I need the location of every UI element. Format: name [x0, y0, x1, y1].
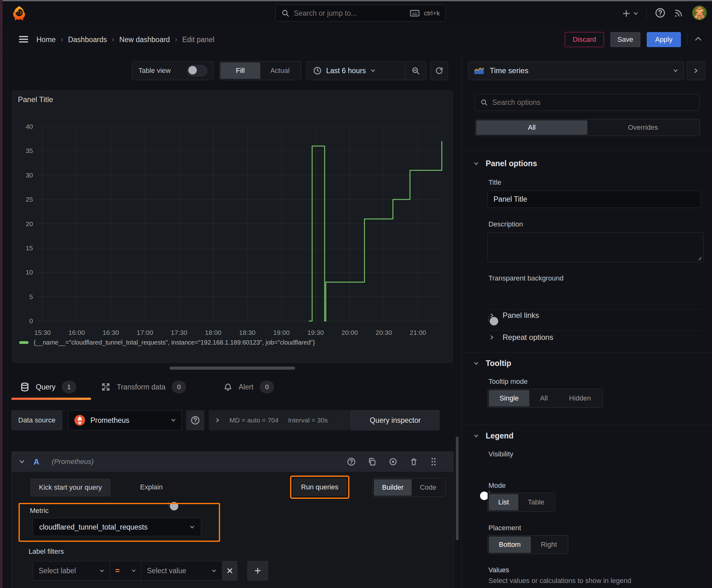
- collapse-header-button[interactable]: [694, 35, 703, 45]
- avatar[interactable]: [692, 5, 707, 22]
- panel-title[interactable]: Panel Title: [18, 95, 53, 104]
- tab-transform-label: Transform data: [117, 383, 166, 391]
- legend-series-label[interactable]: {__name__="cloudflared_tunnel_total_requ…: [34, 339, 315, 346]
- apply-button[interactable]: Apply: [647, 32, 681, 47]
- tab-transform-count: 0: [172, 381, 186, 393]
- datasource-help-button[interactable]: [186, 410, 204, 430]
- chart-legend: {__name__="cloudflared_tunnel_total_requ…: [19, 339, 315, 346]
- all-overrides-toggle: All Overrides: [475, 119, 700, 136]
- run-queries-highlight: Run queries: [290, 476, 349, 499]
- legend-list-option[interactable]: List: [489, 494, 518, 510]
- builder-option[interactable]: Builder: [374, 479, 412, 496]
- breadcrumb-home[interactable]: Home: [37, 36, 56, 44]
- duplicate-query-icon[interactable]: [368, 457, 376, 466]
- fill-option[interactable]: Fill: [220, 63, 260, 79]
- tooltip-hidden-option[interactable]: Hidden: [559, 390, 602, 406]
- transparent-background-label: Transparent background: [489, 274, 563, 282]
- description-textarea[interactable]: [488, 232, 704, 262]
- panel-links-section[interactable]: Panel links: [490, 311, 539, 320]
- placement-bottom-option[interactable]: Bottom: [489, 537, 531, 553]
- metric-select[interactable]: cloudflared_tunnel_total_requests: [33, 518, 201, 536]
- save-button[interactable]: Save: [610, 32, 641, 47]
- all-tab[interactable]: All: [476, 120, 587, 135]
- query-datasource-hint: (Prometheus): [52, 458, 347, 466]
- legend-table-option[interactable]: Table: [518, 494, 554, 510]
- toggle-knob: [480, 491, 489, 500]
- chevron-down-icon: [132, 569, 136, 573]
- select-value-dropdown[interactable]: Select value: [141, 561, 222, 581]
- discard-button[interactable]: Discard: [565, 32, 604, 47]
- plus-icon: [622, 9, 631, 18]
- tooltip-section-header[interactable]: Tooltip: [474, 359, 511, 368]
- metric-highlight: Metric cloudflared_tunnel_total_requests: [19, 503, 220, 542]
- rss-icon: [674, 8, 684, 18]
- refresh-button[interactable]: [430, 61, 448, 80]
- code-option[interactable]: Code: [412, 479, 445, 496]
- search-options-input[interactable]: Search options: [475, 94, 700, 111]
- tab-query[interactable]: Query 1: [20, 381, 76, 393]
- breadcrumb: Home › Dashboards › New dashboard › Edit…: [37, 26, 214, 54]
- query-options-summary[interactable]: MD = auto = 704 Interval = 30s: [209, 410, 359, 430]
- select-label-dropdown[interactable]: Select label: [33, 561, 110, 581]
- datasource-picker[interactable]: Prometheus: [68, 410, 182, 430]
- hamburger-icon: [18, 34, 29, 45]
- breadcrumb-new-dashboard[interactable]: New dashboard: [119, 36, 170, 44]
- tooltip-single-option[interactable]: Single: [489, 390, 529, 406]
- remove-filter-button[interactable]: [222, 561, 237, 581]
- operator-dropdown[interactable]: =: [110, 561, 141, 581]
- tab-alert[interactable]: Alert 0: [223, 381, 274, 393]
- placement-right-option[interactable]: Right: [531, 537, 567, 553]
- panel-preview: Panel Title 051015202530354015:3016:0016…: [12, 90, 453, 363]
- menu-button[interactable]: [18, 34, 29, 46]
- toggle-viz-pane-button[interactable]: [687, 61, 706, 80]
- breadcrumb-dashboards[interactable]: Dashboards: [68, 36, 107, 44]
- news-button[interactable]: [674, 8, 684, 19]
- pane-resize-handle[interactable]: [170, 366, 295, 370]
- run-queries-button[interactable]: Run queries: [293, 479, 346, 496]
- refresh-icon: [435, 66, 444, 75]
- query-row-header[interactable]: A (Prometheus): [12, 452, 454, 472]
- svg-text:5: 5: [29, 293, 33, 300]
- toggle-knob: [188, 66, 197, 75]
- panel-options-section-header[interactable]: Panel options: [474, 159, 537, 168]
- query-help-icon[interactable]: [347, 457, 356, 466]
- chevron-down-icon: [212, 569, 216, 573]
- actual-option[interactable]: Actual: [260, 63, 300, 79]
- topbar-actions: [622, 5, 707, 22]
- time-range-label: Last 6 hours: [326, 67, 366, 75]
- new-menu-button[interactable]: [622, 9, 638, 18]
- title-input[interactable]: Panel Title: [488, 191, 701, 208]
- table-view-toggle[interactable]: [187, 65, 207, 76]
- hide-response-eye-icon[interactable]: [388, 457, 398, 466]
- svg-text:18:00: 18:00: [205, 329, 222, 336]
- time-range-picker[interactable]: Last 6 hours: [307, 66, 405, 75]
- query-inspector-button[interactable]: Query inspector: [351, 410, 439, 430]
- time-range-group: Last 6 hours: [306, 61, 426, 80]
- svg-text:19:00: 19:00: [273, 329, 290, 336]
- transparent-background-toggle[interactable]: [489, 316, 489, 322]
- search-options-placeholder: Search options: [492, 98, 540, 107]
- time-series-chart[interactable]: 051015202530354015:3016:0016:3017:0017:3…: [12, 110, 453, 342]
- visualization-picker[interactable]: Time series: [468, 61, 684, 80]
- clock-icon: [313, 66, 322, 75]
- kick-start-query-button[interactable]: Kick start your query: [30, 479, 110, 496]
- tooltip-all-option[interactable]: All: [529, 390, 558, 406]
- fill-actual-toggle: Fill Actual: [219, 61, 301, 80]
- vertical-scrollbar[interactable]: [456, 437, 459, 540]
- tab-transform[interactable]: Transform data 0: [101, 381, 186, 393]
- top-bar: Search or jump to... ctrl+k: [0, 1, 712, 26]
- svg-text:20:30: 20:30: [375, 329, 392, 336]
- zoom-out-button[interactable]: [405, 66, 426, 75]
- overrides-tab[interactable]: Overrides: [587, 120, 698, 135]
- drag-handle-icon[interactable]: [430, 457, 437, 466]
- delete-query-trash-icon[interactable]: [410, 457, 418, 466]
- breadcrumb-edit-panel: Edit panel: [182, 36, 214, 44]
- grafana-logo[interactable]: [11, 5, 27, 21]
- svg-text:25: 25: [26, 196, 33, 203]
- resize-grip-icon: [696, 255, 702, 261]
- help-button[interactable]: [655, 7, 666, 19]
- repeat-options-section[interactable]: Repeat options: [490, 333, 553, 342]
- add-filter-button[interactable]: [247, 561, 268, 581]
- legend-section-header[interactable]: Legend: [474, 431, 514, 440]
- global-search-input[interactable]: Search or jump to... ctrl+k: [275, 5, 446, 22]
